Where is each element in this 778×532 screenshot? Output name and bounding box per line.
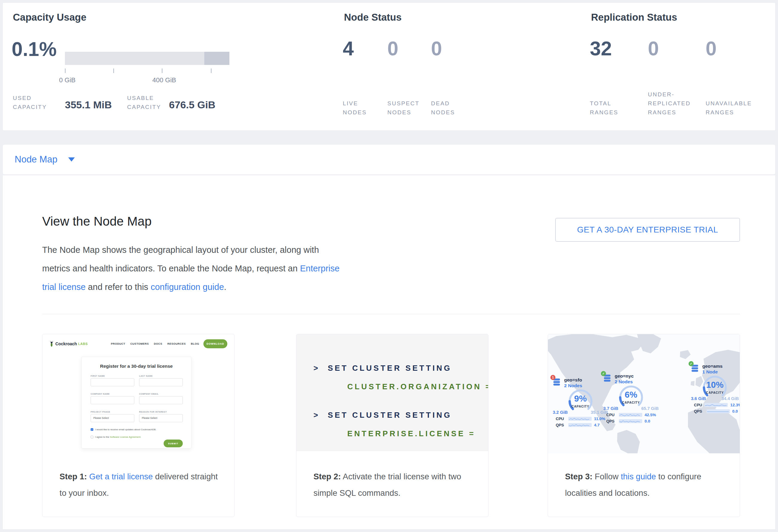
sql-command: SET CLUSTER SETTING (328, 410, 452, 420)
configuration-guide-link[interactable]: configuration guide (151, 282, 224, 292)
step2-caption: Step 2: Activate the trial license with … (313, 468, 472, 501)
step3-label: Step 3: (565, 472, 593, 481)
cpu-label: CPU (694, 403, 702, 407)
geo-ams-widget: ✓ geo=ams 1 Node 10% CAPACITY (691, 363, 739, 413)
mini-nav-product: PRODUCT (111, 342, 125, 345)
mini-last-name-label: LAST NAME (139, 375, 153, 377)
used-capacity-label: USED CAPACITY (13, 94, 47, 111)
unavailable-ranges-label-line1: UNAVAILABLE (706, 99, 752, 108)
mini-checkbox-unchecked (91, 436, 93, 438)
mini-last-name-input (139, 378, 183, 386)
cpu-metric-row: CPU 12.3% (691, 403, 739, 407)
qps-sparkline (568, 423, 592, 427)
ok-badge: ✓ (601, 371, 606, 376)
intro-text: and refer to this (86, 282, 151, 292)
sql-line-1: > SET CLUSTER SETTING (313, 364, 452, 373)
mini-company-name-label: COMPANY NAME (91, 393, 110, 395)
capacity-percent: 6% (617, 390, 645, 400)
mini-license-agree-row: I agree to the Software License Agreemen… (91, 436, 141, 438)
live-nodes-count: 4 (343, 39, 354, 58)
intro-text: The Node Map shows the geographical layo… (42, 245, 319, 273)
qps-value: 4.7 (594, 423, 600, 427)
mini-email-updates-row: ✓ I would like to receive email updates … (91, 428, 156, 431)
geo-ams-header: ✓ geo=ams 1 Node (691, 363, 739, 375)
node-map-dropdown[interactable]: Node Map (15, 154, 75, 165)
cpu-label: CPU (606, 412, 617, 417)
under-replicated-ranges-count: 0 (648, 39, 659, 58)
locality-name: geo=ams (702, 363, 723, 369)
capacity-gauge: 10% CAPACITY (701, 375, 729, 400)
mini-project-phase-label: PROJECT PHASE (91, 411, 110, 413)
capacity-label: CAPACITY (617, 401, 645, 404)
qps-metric-row: QPS 4.7 (553, 423, 608, 427)
capacity-axis-label-400: 400 GiB (152, 76, 176, 84)
mini-site-logo-sub: LABS (78, 342, 88, 346)
mini-form-title: Register for a 30-day trial license (82, 364, 191, 369)
mini-nav-docs: DOCS (154, 342, 162, 345)
locality-node-count: 1 Node (702, 369, 723, 375)
geo-nyc-labels: geo=nyc 2 Nodes (615, 373, 633, 384)
capacity-used-value: 3.2 GiB (553, 410, 568, 415)
capacity-percent: 9% (566, 394, 595, 404)
intro-paragraph: The Node Map shows the geographical layo… (42, 241, 341, 296)
geo-sfo-widget: 1 geo=sfo 2 Nodes 9% CAPACITY (553, 377, 608, 427)
qps-metric-row: QPS 0.0 (691, 409, 739, 413)
database-icon: ✓ (691, 365, 699, 372)
qps-value: 0.0 (732, 409, 738, 413)
dead-nodes-label: DEAD NODES (431, 99, 455, 117)
live-nodes-label-line2: NODES (343, 108, 367, 117)
mini-license-agree-text: I agree to the Software License Agreemen… (95, 436, 141, 438)
mini-company-name-input (91, 396, 134, 404)
capacity-axis-label-0: 0 GiB (59, 76, 75, 84)
suspect-nodes-count: 0 (387, 39, 398, 58)
ok-badge: ✓ (689, 361, 694, 366)
error-badge: 1 (550, 375, 555, 380)
mini-email-updates-text: I would like to receive email updates ab… (95, 428, 156, 431)
capacity-gauge: 6% CAPACITY (617, 385, 645, 409)
cpu-value: 12.3% (730, 403, 740, 407)
total-ranges-count: 32 (590, 39, 612, 58)
node-map-preview-image: 1 geo=sfo 2 Nodes 9% CAPACITY (548, 334, 740, 453)
sql-line-4: ENTERPRISE.LICENSE = (347, 429, 475, 438)
total-ranges-label-line2: RANGES (590, 108, 618, 117)
mini-license-agree-pre: I agree to the (95, 436, 110, 438)
capacity-usage-percent: 0.1% (12, 39, 57, 59)
sql-line-3: > SET CLUSTER SETTING (313, 410, 452, 420)
chevron-down-icon (68, 157, 75, 162)
geo-nyc-widget: ✓ geo=nyc 2 Nodes 6% CAPACITY (603, 373, 658, 424)
step3-text: Follow (593, 472, 621, 481)
sql-prompt: > (313, 410, 320, 420)
used-capacity-value: 355.1 MiB (65, 99, 112, 111)
mini-nav-blog: BLOG (191, 342, 199, 345)
capacity-axis-tick (113, 69, 114, 73)
page-title: View the Node Map (42, 214, 152, 229)
qps-value: 0.0 (644, 419, 650, 424)
locality-name: geo=sfo (564, 377, 582, 383)
get-trial-license-link[interactable]: Get a trial license (89, 472, 153, 481)
step3-caption: Step 3: Follow this guide to configure l… (565, 468, 723, 501)
mini-reason-label: REASON FOR INTEREST (139, 411, 167, 413)
mini-license-agreement-link: Software License Agreement. (110, 436, 141, 438)
sql-commands-image: > SET CLUSTER SETTING CLUSTER.ORGANIZATI… (296, 334, 488, 451)
mini-site-header: Cockroach LABS PRODUCT CUSTOMERS DOCS RE… (49, 338, 227, 349)
capacity-percent: 10% (701, 380, 729, 390)
dead-nodes-label-line1: DEAD (431, 99, 455, 108)
this-guide-link[interactable]: this guide (621, 472, 656, 481)
node-map-intro-panel: View the Node Map The Node Map shows the… (2, 175, 776, 530)
live-nodes-label: LIVE NODES (343, 99, 367, 117)
mini-nav-resources: RESOURCES (167, 342, 186, 345)
capacity-label: CAPACITY (701, 391, 729, 394)
step2-card: > SET CLUSTER SETTING CLUSTER.ORGANIZATI… (296, 334, 488, 517)
usable-capacity-label-line2: CAPACITY (127, 103, 161, 111)
node-map-dropdown-label: Node Map (15, 154, 58, 165)
capacity-usage-bar-segment (204, 52, 229, 65)
cpu-sparkline (704, 403, 728, 407)
usable-capacity-label-line1: USABLE (127, 94, 161, 103)
capacity-axis-tick (162, 69, 162, 73)
live-nodes-label-line1: LIVE (343, 99, 367, 108)
mini-company-email-input (139, 396, 183, 404)
step2-label: Step 2: (313, 472, 341, 481)
under-replicated-label-line2: REPLICATED (648, 99, 691, 108)
enterprise-trial-button[interactable]: GET A 30-DAY ENTERPRISE TRIAL (555, 218, 740, 242)
cockroach-logo-icon (49, 341, 54, 347)
